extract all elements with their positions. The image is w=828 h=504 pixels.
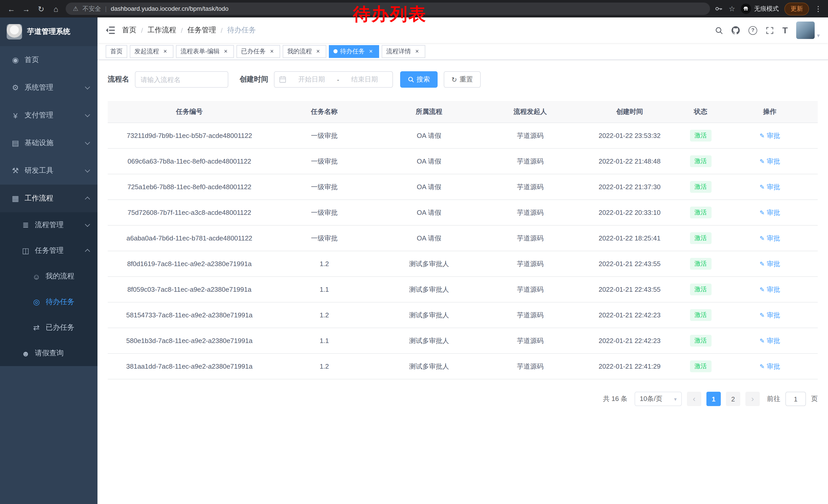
approve-label: 审批 xyxy=(767,131,780,140)
refresh-icon: ↻ xyxy=(451,76,457,83)
incognito-badge[interactable]: 无痕模式 xyxy=(741,4,779,14)
date-range-picker[interactable]: 开始日期 - 结束日期 xyxy=(274,71,393,88)
breadcrumb-home[interactable]: 首页 xyxy=(122,26,136,35)
browser-chrome: ← → ↻ ⌂ ⚠ 不安全 | dashboard.yudao.iocoder.… xyxy=(0,0,828,17)
process-name-input[interactable] xyxy=(135,71,228,88)
status-badge: 激活 xyxy=(690,155,711,167)
cell-task-name: 一级审批 xyxy=(271,174,378,200)
cell-task-id: a6aba0a4-7b6d-11ec-b781-acde48001122 xyxy=(108,225,271,251)
github-icon[interactable] xyxy=(732,26,740,34)
address-bar[interactable]: ⚠ 不安全 | dashboard.yudao.iocoder.cn/bpm/t… xyxy=(66,3,710,15)
yen-icon: ¥ xyxy=(10,111,21,120)
back-icon[interactable]: ← xyxy=(6,5,16,12)
tab-start-process[interactable]: 发起流程 × xyxy=(130,45,173,58)
cell-created: 2022-01-22 20:33:10 xyxy=(580,200,679,225)
approve-link[interactable]: ✎审批 xyxy=(759,182,780,191)
close-icon[interactable]: × xyxy=(413,48,421,55)
tab-todo-tasks[interactable]: 待办任务 × xyxy=(329,45,379,58)
reset-button[interactable]: ↻ 重置 xyxy=(444,71,481,88)
user-menu[interactable]: ▾ xyxy=(796,21,820,39)
sidebar-item-process-management[interactable]: ≣ 流程管理 xyxy=(0,212,97,238)
cell-task-name: 1.2 xyxy=(271,251,378,277)
column-header: 创建时间 xyxy=(580,101,679,123)
date-separator: - xyxy=(337,76,339,83)
sidebar-item-label: 基础设施 xyxy=(25,138,86,148)
sidebar-item-label: 已办任务 xyxy=(46,323,89,332)
cell-task-id: 73211d9d-7b9b-11ec-b5b7-acde48001122 xyxy=(108,123,271,148)
sidebar-item-my-processes[interactable]: ☺ 我的流程 xyxy=(0,264,97,289)
reload-icon[interactable]: ↻ xyxy=(36,5,46,12)
sidebar-item-home[interactable]: ◉ 首页 xyxy=(0,46,97,74)
table-row: 58154733-7ac8-11ec-a9e2-a2380e71991a 1.2… xyxy=(108,302,818,328)
close-icon[interactable]: × xyxy=(367,48,374,55)
approve-link[interactable]: ✎审批 xyxy=(759,131,780,140)
cell-initiator: 芋道源码 xyxy=(481,354,580,379)
cell-task-id: 069c6a63-7b8a-11ec-8ef0-acde48001122 xyxy=(108,148,271,174)
cell-created: 2022-01-21 22:41:29 xyxy=(580,354,679,379)
tab-my-processes[interactable]: 我的流程 × xyxy=(283,45,326,58)
approve-link[interactable]: ✎审批 xyxy=(759,208,780,217)
forward-icon[interactable]: → xyxy=(21,5,31,12)
page-button-2[interactable]: 2 xyxy=(726,392,740,406)
approve-link[interactable]: ✎审批 xyxy=(759,285,780,294)
home-icon[interactable]: ⌂ xyxy=(51,5,61,12)
end-date-placeholder: 结束日期 xyxy=(341,75,388,84)
cell-task-id: 725a1eb6-7b88-11ec-8ef0-acde48001122 xyxy=(108,174,271,200)
browser-menu-icon[interactable]: ⋮ xyxy=(815,5,822,13)
cell-task-id: 381aa1dd-7ac8-11ec-a9e2-a2380e71991a xyxy=(108,354,271,379)
update-button[interactable]: 更新 xyxy=(784,2,809,15)
sidebar-item-system[interactable]: ⚙ 系统管理 xyxy=(0,74,97,101)
close-icon[interactable]: × xyxy=(162,48,169,55)
search-button[interactable]: 搜索 xyxy=(400,71,438,88)
approve-link[interactable]: ✎审批 xyxy=(759,362,780,371)
search-button-label: 搜索 xyxy=(417,75,430,84)
sidebar-item-leave-query[interactable]: ☻ 请假查询 xyxy=(0,340,97,366)
approve-link[interactable]: ✎审批 xyxy=(759,259,780,268)
tab-done-tasks[interactable]: 已办任务 × xyxy=(237,45,280,58)
search-icon[interactable] xyxy=(715,27,723,34)
tab-home[interactable]: 首页 xyxy=(106,45,127,58)
close-icon[interactable]: × xyxy=(315,48,322,55)
breadcrumb-workflow[interactable]: 工作流程 xyxy=(148,26,176,35)
gear-icon: ⚙ xyxy=(10,83,21,92)
next-page-button[interactable]: › xyxy=(745,392,760,406)
cell-task-id: 8f0d1619-7ac8-11ec-a9e2-a2380e71991a xyxy=(108,251,271,277)
sidebar-item-todo-tasks[interactable]: ◎ 待办任务 xyxy=(0,289,97,315)
sidebar-item-label: 支付管理 xyxy=(25,111,86,120)
cell-process: OA 请假 xyxy=(378,123,481,148)
sidebar-item-workflow[interactable]: ▦ 工作流程 xyxy=(0,185,97,212)
help-icon[interactable]: ? xyxy=(748,26,757,35)
approve-link[interactable]: ✎审批 xyxy=(759,234,780,243)
sidebar-item-task-management[interactable]: ◫ 任务管理 xyxy=(0,238,97,264)
bookmark-star-icon[interactable]: ☆ xyxy=(729,5,735,13)
approve-link[interactable]: ✎审批 xyxy=(759,156,780,166)
approve-link[interactable]: ✎审批 xyxy=(759,336,780,345)
sidebar-item-infrastructure[interactable]: ▤ 基础设施 xyxy=(0,129,97,157)
font-size-icon[interactable]: T xyxy=(782,26,788,35)
column-header: 任务名称 xyxy=(271,101,378,123)
prev-page-button[interactable]: ‹ xyxy=(687,392,701,406)
chevron-down-icon xyxy=(85,112,90,117)
page-button-1[interactable]: 1 xyxy=(706,392,721,406)
fullscreen-icon[interactable] xyxy=(766,27,774,34)
close-icon[interactable]: × xyxy=(222,48,229,55)
key-icon[interactable] xyxy=(715,5,723,13)
sidebar-item-payment[interactable]: ¥ 支付管理 xyxy=(0,101,97,129)
approve-link[interactable]: ✎审批 xyxy=(759,311,780,320)
sidebar-fold-icon[interactable] xyxy=(106,26,115,34)
goto-page-input[interactable] xyxy=(785,392,806,406)
sidebar-item-label: 系统管理 xyxy=(25,83,86,92)
sidebar-item-dev-tools[interactable]: ⚒ 研发工具 xyxy=(0,157,97,185)
approve-label: 审批 xyxy=(767,182,780,191)
close-icon[interactable]: × xyxy=(268,48,276,55)
sidebar-item-done-tasks[interactable]: ⇄ 已办任务 xyxy=(0,315,97,340)
app-shell: 芋道管理系统 ◉ 首页 ⚙ 系统管理 ¥ 支付管理 ▤ 基础设施 xyxy=(0,17,828,504)
tab-process-form-edit[interactable]: 流程表单-编辑 × xyxy=(176,45,234,58)
workflow-icon: ▦ xyxy=(10,194,21,203)
tab-process-detail[interactable]: 流程详情 × xyxy=(382,45,425,58)
breadcrumb-task-management[interactable]: 任务管理 xyxy=(188,26,216,35)
process-name-label: 流程名 xyxy=(108,75,129,84)
cell-process: OA 请假 xyxy=(378,174,481,200)
page-size-select[interactable]: 10条/页 ▾ xyxy=(634,392,682,406)
table-row: a6aba0a4-7b6d-11ec-b781-acde48001122 一级审… xyxy=(108,225,818,251)
